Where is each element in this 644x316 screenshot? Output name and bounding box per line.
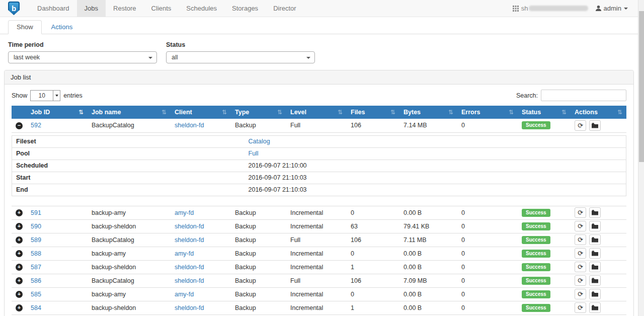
- column-header[interactable]: Client ⇅: [171, 106, 231, 119]
- expand-toggle-icon[interactable]: +: [16, 223, 23, 230]
- rerun-button[interactable]: ⟳: [575, 221, 586, 231]
- restore-button[interactable]: [589, 207, 601, 218]
- restore-button[interactable]: [589, 262, 601, 272]
- column-header[interactable]: Files ⇅: [347, 106, 399, 119]
- client-link[interactable]: sheldon-fd: [175, 236, 204, 244]
- files-cell: 1: [347, 301, 399, 314]
- rerun-button[interactable]: ⟳: [575, 248, 586, 259]
- row-details: Fileset Catalog Pool Full Scheduled 2016…: [12, 132, 626, 206]
- expand-toggle-icon[interactable]: +: [16, 236, 23, 244]
- client-link[interactable]: sheldon-fd: [175, 277, 204, 284]
- type-cell: Backup: [231, 247, 286, 260]
- status-select[interactable]: all: [166, 51, 315, 63]
- nav-item-director[interactable]: Director: [266, 0, 304, 17]
- rerun-icon: ⟳: [578, 304, 583, 311]
- errors-cell: 0: [457, 287, 518, 301]
- status-badge: Success: [522, 290, 550, 298]
- scrollbar-thumb[interactable]: [639, 11, 644, 162]
- job-id-link[interactable]: 585: [31, 291, 41, 298]
- page-length-select[interactable]: 10: [30, 90, 60, 101]
- column-header[interactable]: Errors ⇅: [457, 106, 518, 119]
- expand-toggle-icon[interactable]: +: [16, 209, 23, 216]
- column-header[interactable]: Bytes ⇅: [399, 106, 457, 119]
- nav-item-dashboard[interactable]: Dashboard: [30, 0, 77, 17]
- rerun-button[interactable]: ⟳: [575, 207, 586, 218]
- job-id-link[interactable]: 587: [31, 264, 41, 271]
- detail-value[interactable]: Catalog: [245, 135, 626, 147]
- column-header[interactable]: Job ID ⇅: [27, 106, 88, 119]
- navbar: b Dashboard Jobs Restore Clients Schedul…: [0, 0, 638, 17]
- column-header[interactable]: Job name ⇅: [88, 106, 171, 119]
- time-period-select[interactable]: last week: [8, 51, 157, 63]
- job-id-link[interactable]: 589: [31, 236, 41, 244]
- restore-button[interactable]: [589, 289, 601, 299]
- column-header[interactable]: Level ⇅: [286, 106, 347, 119]
- column-header[interactable]: Type ⇅: [231, 106, 286, 119]
- expand-toggle-icon[interactable]: +: [16, 264, 23, 271]
- client-link[interactable]: sheldon-fd: [175, 304, 204, 311]
- brand-logo[interactable]: b: [0, 0, 30, 17]
- sort-icon: ⇅: [78, 109, 84, 116]
- status-badge: Success: [522, 209, 550, 217]
- rerun-button[interactable]: ⟳: [575, 289, 586, 299]
- detail-label: Pool: [12, 147, 245, 160]
- nav-item-clients[interactable]: Clients: [144, 0, 179, 17]
- expand-toggle-icon[interactable]: −: [16, 122, 23, 129]
- rerun-button[interactable]: ⟳: [575, 262, 586, 272]
- expand-toggle-icon[interactable]: +: [16, 291, 23, 298]
- client-link[interactable]: amy-fd: [175, 291, 194, 298]
- job-list-panel: Job list Show 10 entries Search:: [4, 70, 634, 316]
- rerun-button[interactable]: ⟳: [575, 275, 586, 286]
- rerun-button[interactable]: ⟳: [575, 302, 586, 313]
- detail-value: 2016-09-07 21:10:03: [245, 184, 626, 196]
- bytes-cell: 7.11 MB: [399, 233, 457, 247]
- restore-button[interactable]: [589, 120, 601, 131]
- search-input[interactable]: [541, 90, 626, 101]
- nav-item-storages[interactable]: Storages: [224, 0, 266, 17]
- job-id-link[interactable]: 590: [31, 223, 41, 230]
- files-cell: 106: [347, 119, 399, 132]
- expand-toggle-icon[interactable]: +: [16, 277, 23, 284]
- actions-cell: ⟳: [571, 233, 626, 247]
- client-link[interactable]: amy-fd: [175, 209, 194, 216]
- job-id-link[interactable]: 591: [31, 209, 41, 216]
- restore-button[interactable]: [589, 221, 601, 231]
- caret-down-icon: [624, 8, 628, 10]
- client-link[interactable]: sheldon-fd: [175, 122, 204, 129]
- restore-button[interactable]: [589, 302, 601, 313]
- job-id-link[interactable]: 586: [31, 277, 41, 284]
- person-icon: [595, 5, 602, 12]
- time-period-value: last week: [14, 54, 40, 61]
- column-header-label: Bytes: [404, 109, 421, 116]
- client-link[interactable]: sheldon-fd: [175, 264, 204, 271]
- nav-item-restore[interactable]: Restore: [106, 0, 144, 17]
- nav-item-schedules[interactable]: Schedules: [179, 0, 224, 17]
- restore-button[interactable]: [589, 275, 601, 286]
- column-header[interactable]: Actions ⇅: [571, 106, 626, 119]
- restore-button[interactable]: [589, 234, 601, 245]
- rerun-button[interactable]: ⟳: [575, 120, 586, 131]
- job-id-link[interactable]: 592: [31, 122, 41, 129]
- client-link[interactable]: amy-fd: [175, 250, 194, 257]
- nav-item-jobs[interactable]: Jobs: [77, 0, 106, 17]
- user-menu[interactable]: admin: [604, 5, 621, 12]
- panel-body: Show 10 entries Search: Job I: [5, 85, 633, 316]
- column-header-label: Client: [175, 109, 192, 116]
- rerun-button[interactable]: ⟳: [575, 234, 586, 245]
- page-scrollbar[interactable]: [638, 0, 644, 316]
- column-header[interactable]: Status ⇅: [518, 106, 571, 119]
- job-id-link[interactable]: 588: [31, 250, 41, 257]
- tab-show[interactable]: Show: [8, 20, 42, 34]
- detail-row: Fileset Catalog: [12, 135, 626, 147]
- table-row: + 591 backup-amy amy-fd Backup Increment…: [12, 206, 626, 219]
- detail-row: Scheduled 2016-09-07 21:10:00: [12, 160, 626, 172]
- expand-toggle-icon[interactable]: +: [16, 304, 23, 311]
- expand-toggle-icon[interactable]: +: [16, 250, 23, 257]
- tab-actions[interactable]: Actions: [43, 20, 82, 34]
- client-link[interactable]: sheldon-fd: [175, 223, 204, 230]
- detail-value[interactable]: Full: [245, 147, 626, 160]
- restore-button[interactable]: [589, 248, 601, 259]
- sort-icon: ⇅: [617, 109, 622, 116]
- job-id-link[interactable]: 584: [31, 304, 41, 311]
- level-cell: Full: [286, 233, 347, 247]
